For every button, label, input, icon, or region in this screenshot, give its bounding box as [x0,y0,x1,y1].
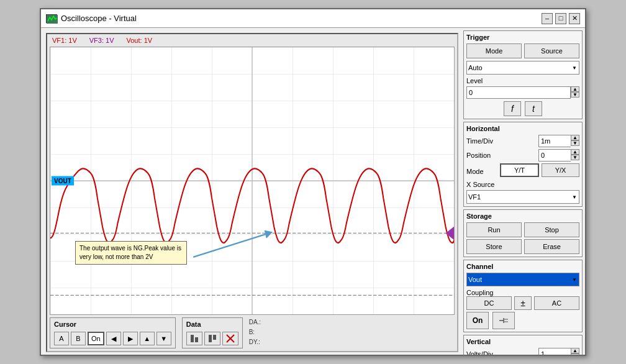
trigger-f-button[interactable]: f [504,101,521,116]
trigger-source-button[interactable]: Source [524,43,579,58]
trigger-level-input[interactable] [466,86,571,99]
trigger-level-down[interactable]: ▼ [571,92,579,98]
storage-group: Storage Run Stop Store Erase [463,209,583,257]
cursor-b-button[interactable]: B [71,332,86,345]
x-source-select[interactable]: VF1 [466,190,579,204]
app-icon [46,14,57,23]
trigger-level-label: Level [466,77,497,84]
h-position-up[interactable]: ▲ [571,149,579,155]
h-position-spinner: ▲ ▼ [571,149,579,162]
stop-button[interactable]: Stop [524,222,579,237]
channel-probe-button[interactable] [492,312,515,329]
run-button[interactable]: Run [466,222,522,237]
cursor-right-button[interactable]: ▶ [123,332,138,345]
time-div-input[interactable] [538,135,571,147]
svg-rect-11 [209,335,212,342]
time-div-spinner: ▲ ▼ [571,135,579,147]
legend-vf1: VF1: 1V [52,37,77,44]
volts-div-input-group: ▲ ▼ [538,348,579,355]
x-source-wrapper: VF1 [466,190,579,204]
h-position-row: Position ▲ ▼ [466,149,579,162]
vertical-group: Vertical Volts/Div ▲ ▼ Position [463,335,583,355]
volts-div-up[interactable]: ▲ [571,348,579,353]
trigger-auto-wrapper: Auto [466,61,579,75]
trigger-level-spinner: ▲ ▼ [571,86,579,99]
horizontal-group: Horizontal Time/Div ▲ ▼ Position [463,122,583,207]
svg-rect-9 [191,335,194,342]
scope-bottom: Cursor A B On ◀ ▶ ▲ ▼ Data [47,315,457,351]
vout-label: VOUT [52,176,74,186]
h-position-input[interactable] [538,149,571,162]
time-div-input-group: ▲ ▼ [538,135,579,147]
right-panel: Trigger Mode Source Auto Level ▲ [461,28,585,355]
trigger-level-row: Level [466,77,579,84]
yx-button[interactable]: Y/X [542,163,579,177]
trigger-mode-row: Mode Source [466,43,579,58]
svg-rect-10 [195,337,198,342]
h-position-down[interactable]: ▼ [571,155,579,160]
h-mode-row: Mode Y/T Y/X [466,163,579,179]
plus-minus-button[interactable]: ± [514,296,532,310]
channel-select-wrapper: Vout [466,273,579,286]
trigger-auto-select[interactable]: Auto [466,61,579,75]
scope-area: VF1: 1V VF3: 1V Vout: 1V [46,33,458,352]
x-source-row: X Source [466,181,579,188]
trigger-level-up[interactable]: ▲ [571,86,579,92]
data-values: DA.: B: DY.: [249,317,261,348]
oscilloscope-window: Oscilloscope - Virtual – □ ✕ VF1: 1V VF3… [40,8,586,356]
erase-button[interactable]: Erase [524,239,579,254]
volts-div-input[interactable] [538,348,571,355]
data-btn3[interactable] [222,332,238,345]
channel-on-row: On [466,312,579,329]
svg-rect-12 [213,335,216,340]
coupling-label: Coupling [466,289,579,296]
channel-on-button[interactable]: On [466,312,489,329]
cursor-controls: A B On ◀ ▶ ▲ ▼ [54,332,171,345]
data-controls [186,332,238,345]
trigger-mode-button[interactable]: Mode [466,43,522,58]
tooltip-box: The output wave is NG.Peak value is very… [75,241,187,265]
data-title: Data [186,321,238,328]
legend-vf3: VF3: 1V [89,37,114,44]
time-div-down[interactable]: ▼ [571,140,579,146]
time-div-label: Time/Div [466,137,497,145]
ac-button[interactable]: AC [534,296,579,310]
volts-div-spinner: ▲ ▼ [571,348,579,355]
coupling-row-container: Coupling DC ± AC [466,289,579,310]
dc-button[interactable]: DC [466,296,512,310]
coupling-buttons: DC ± AC [466,296,579,310]
volts-div-down[interactable]: ▼ [571,353,579,355]
scope-canvas: VOUT The output wave is NG.Peak value is… [50,47,455,315]
trigger-func-row: f t [466,101,579,116]
window-controls: – □ ✕ [542,13,580,24]
data-btn1[interactable] [186,332,202,345]
storage-row1: Run Stop [466,222,579,237]
horizontal-title: Horizontal [466,125,579,132]
window-title: Oscilloscope - Virtual [61,14,137,23]
cursor-left-button[interactable]: ◀ [106,332,121,345]
title-bar-left: Oscilloscope - Virtual [46,14,137,23]
store-button[interactable]: Store [466,239,522,254]
minimize-button[interactable]: – [542,13,553,24]
storage-title: Storage [466,212,579,220]
tooltip-text: The output wave is NG.Peak value is very… [79,245,181,260]
trigger-group: Trigger Mode Source Auto Level ▲ [463,30,583,119]
cursor-a-button[interactable]: A [54,332,69,345]
trigger-title: Trigger [466,34,579,41]
scope-legend: VF1: 1V VF3: 1V Vout: 1V [47,34,457,47]
h-mode-buttons: Y/T Y/X [500,163,579,177]
x-source-label: X Source [466,181,497,188]
cursor-on-button[interactable]: On [88,332,104,345]
cursor-up-button[interactable]: ▲ [140,332,155,345]
time-div-up[interactable]: ▲ [571,135,579,140]
cursor-down-button[interactable]: ▼ [156,332,171,345]
data-section: Data [182,317,243,348]
time-div-row: Time/Div ▲ ▼ [466,135,579,147]
maximize-button[interactable]: □ [555,13,566,24]
close-button[interactable]: ✕ [569,13,580,24]
channel-select[interactable]: Vout [466,273,579,286]
yt-button[interactable]: Y/T [500,163,539,177]
data-btn2[interactable] [204,332,220,345]
vertical-title: Vertical [466,338,579,345]
trigger-t-button[interactable]: t [525,101,542,116]
